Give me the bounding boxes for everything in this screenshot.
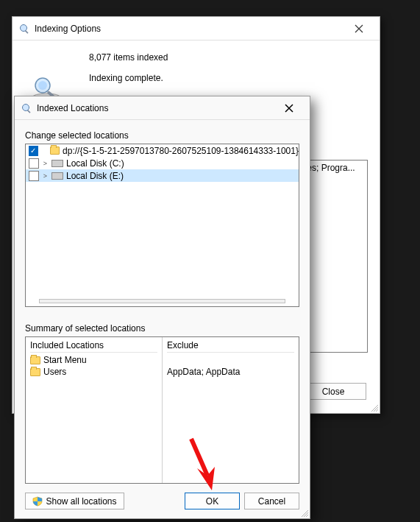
exclude-column: Exclude AppData; AppData	[162, 337, 299, 483]
drive-icon	[51, 160, 63, 167]
search-icon	[21, 102, 32, 114]
tree-row-label: Local Disk (C:)	[66, 158, 124, 169]
drive-icon	[51, 172, 63, 180]
locations-tree[interactable]: ✓dp://{S-1-5-21-2597013780-2607525109-13…	[25, 144, 299, 307]
list-item[interactable]: Users	[30, 366, 157, 378]
indexed-locations-dialog: Indexed Locations Change selected locati…	[14, 96, 310, 519]
svg-rect-8	[27, 110, 31, 113]
dialog-title: Indexing Options	[35, 24, 101, 34]
svg-rect-1	[25, 30, 29, 34]
summary-label: Summary of selected locations	[25, 323, 299, 334]
list-item: AppData; AppData	[167, 366, 294, 378]
list-item	[167, 354, 294, 366]
horizontal-scrollbar[interactable]	[39, 299, 285, 303]
indexing-status-text: Indexing complete.	[89, 73, 368, 83]
folder-icon	[30, 368, 40, 376]
indexed-locations-titlebar[interactable]: Indexed Locations	[15, 96, 310, 120]
tree-row[interactable]: ✓dp://{S-1-5-21-2597013780-2607525109-13…	[26, 144, 299, 157]
included-column: Included Locations Start MenuUsers	[26, 337, 162, 483]
expander-icon[interactable]: >	[42, 172, 49, 180]
svg-point-5	[38, 81, 47, 90]
tree-row[interactable]: >Local Disk (C:)	[26, 157, 299, 169]
cancel-button[interactable]: Cancel	[244, 493, 299, 509]
included-header: Included Locations	[30, 340, 157, 353]
change-locations-label: Change selected locations	[25, 130, 299, 141]
tree-row-label: Local Disk (E:)	[66, 171, 124, 181]
resize-grip-icon[interactable]	[369, 403, 378, 412]
resize-grip-icon[interactable]	[299, 508, 308, 517]
list-peek-text: iles; Progra...	[303, 163, 355, 173]
search-icon	[18, 23, 30, 35]
folder-icon	[50, 147, 60, 155]
indexing-options-titlebar[interactable]: Indexing Options	[13, 17, 380, 40]
dialog-title: Indexed Locations	[37, 103, 108, 113]
close-button[interactable]	[274, 99, 304, 117]
list-item-label: Start Menu	[43, 355, 87, 365]
checkbox[interactable]	[29, 171, 39, 181]
tree-row-label: dp://{S-1-5-21-2597013780-2607525109-138…	[63, 146, 299, 156]
folder-icon	[30, 356, 40, 364]
dialog-button-row: Show all locations OK Cancel	[25, 493, 299, 509]
close-button[interactable]	[344, 20, 374, 38]
list-item-label: Users	[43, 367, 66, 377]
shield-icon	[32, 496, 43, 507]
expander-icon[interactable]: >	[42, 160, 49, 167]
close-icon	[285, 104, 293, 113]
svg-point-7	[23, 104, 29, 110]
show-all-locations-button[interactable]: Show all locations	[25, 493, 124, 509]
exclude-header: Exclude	[167, 340, 294, 353]
list-item[interactable]: Start Menu	[30, 354, 157, 366]
tree-row[interactable]: >Local Disk (E:)	[26, 169, 299, 182]
summary-table: Included Locations Start MenuUsers Exclu…	[25, 336, 299, 484]
close-icon	[355, 24, 363, 33]
indexed-locations-body: Change selected locations ✓dp://{S-1-5-2…	[15, 120, 310, 518]
items-indexed-text: 8,077 items indexed	[89, 52, 368, 63]
ok-button[interactable]: OK	[185, 493, 240, 509]
checkbox[interactable]	[29, 158, 39, 169]
checkbox[interactable]: ✓	[29, 146, 38, 156]
